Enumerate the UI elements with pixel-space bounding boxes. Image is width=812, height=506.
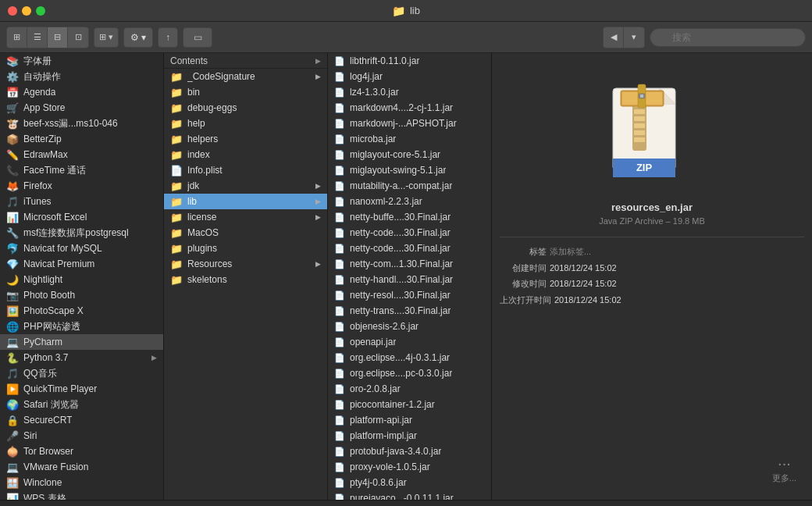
app-item[interactable]: 🎵 QQ音乐 bbox=[0, 365, 163, 381]
jar-file-item[interactable]: 📄 netty-code....30.Final.jar bbox=[328, 225, 491, 241]
jar-file-item[interactable]: 📄 netty-com...1.30.Final.jar bbox=[328, 256, 491, 272]
list-view-btn[interactable]: ☰ bbox=[27, 27, 48, 48]
share-button[interactable]: ↑ bbox=[158, 27, 178, 48]
jar-file-item[interactable]: 📄 pty4j-0.8.6.jar bbox=[328, 475, 491, 490]
app-item[interactable]: ✏️ EdrawMax bbox=[0, 147, 163, 162]
jar-file-item[interactable]: 📄 org.eclipse....4j-0.3.1.jar bbox=[328, 350, 491, 365]
app-item[interactable]: 🔒 SecureCRT bbox=[0, 412, 163, 428]
contents-item[interactable]: 📁 plugins bbox=[164, 241, 327, 256]
jar-file-item[interactable]: 📄 mutability-a...-compat.jar bbox=[328, 178, 491, 194]
more-button[interactable]: ··· 更多... bbox=[772, 454, 796, 484]
contents-item[interactable]: 📁 lib ▶ bbox=[164, 194, 327, 209]
nav-back-btn[interactable]: ◀ bbox=[604, 27, 624, 48]
jar-file-item[interactable]: 📄 libthrift-0.11.0.jar bbox=[328, 53, 491, 69]
app-label: VMware Fusion bbox=[23, 461, 88, 472]
app-item[interactable]: 💎 Navicat Premium bbox=[0, 256, 163, 272]
jar-file-item[interactable]: 📄 miglayout-swing-5.1.jar bbox=[328, 162, 491, 178]
icon-view-btn[interactable]: ⊞ bbox=[7, 27, 27, 48]
app-item[interactable]: 🌙 Nightlight bbox=[0, 272, 163, 287]
contents-item[interactable]: 📁 index bbox=[164, 147, 327, 162]
app-item[interactable]: 🧅 Tor Browser bbox=[0, 444, 163, 459]
jar-file-item[interactable]: 📄 netty-buffe....30.Final.jar bbox=[328, 209, 491, 225]
jar-file-item[interactable]: 📄 nanoxml-2.2.3.jar bbox=[328, 194, 491, 209]
app-item[interactable]: 🎤 Siri bbox=[0, 428, 163, 444]
app-item[interactable]: ⚙️ 自动操作 bbox=[0, 69, 163, 84]
app-icon: 🧅 bbox=[6, 445, 19, 458]
contents-item[interactable]: 📁 help bbox=[164, 116, 327, 131]
jar-file-item[interactable]: 📄 markdown4....2-cj-1.1.jar bbox=[328, 100, 491, 116]
jar-file-label: pty4j-0.8.6.jar bbox=[350, 477, 407, 488]
jar-file-icon: 📄 bbox=[334, 353, 345, 363]
app-item[interactable]: 💻 VMware Fusion bbox=[0, 459, 163, 475]
app-item[interactable]: 🔧 msf连接数据库postgresql bbox=[0, 225, 163, 241]
jar-file-item[interactable]: 📄 protobuf-java-3.4.0.jar bbox=[328, 444, 491, 459]
app-item[interactable]: 📦 BetterZip bbox=[0, 131, 163, 147]
jar-file-item[interactable]: 📄 lz4-1.3.0.jar bbox=[328, 84, 491, 100]
jar-file-item[interactable]: 📄 markdownj-...APSHOT.jar bbox=[328, 116, 491, 131]
nav-dropdown-btn[interactable]: ▾ bbox=[624, 27, 644, 48]
contents-item-label: bin bbox=[187, 87, 200, 98]
more-label: 更多... bbox=[772, 472, 796, 484]
app-item[interactable]: 🛒 App Store bbox=[0, 100, 163, 116]
tag-add-link[interactable]: 添加标签... bbox=[550, 245, 591, 258]
jar-file-item[interactable]: 📄 platform-impl.jar bbox=[328, 428, 491, 444]
app-item[interactable]: 💻 PyCharm bbox=[0, 334, 163, 350]
jar-file-item[interactable]: 📄 log4j.jar bbox=[328, 69, 491, 84]
minimize-button[interactable] bbox=[22, 6, 31, 16]
contents-item[interactable]: 📁 jdk ▶ bbox=[164, 178, 327, 194]
jar-file-item[interactable]: 📄 purejavaco...-0.0.11.1.jar bbox=[328, 490, 491, 500]
jar-file-item[interactable]: 📄 oro-2.0.8.jar bbox=[328, 381, 491, 397]
maximize-button[interactable] bbox=[36, 6, 45, 16]
contents-item[interactable]: 📁 helpers bbox=[164, 131, 327, 147]
app-item[interactable]: 📚 字体册 bbox=[0, 53, 163, 69]
contents-item[interactable]: 📁 bin bbox=[164, 84, 327, 100]
app-item[interactable]: 🌐 PHP网站渗透 bbox=[0, 319, 163, 334]
app-item[interactable]: 📊 WPS 表格 bbox=[0, 490, 163, 500]
contents-item[interactable]: 📁 skeletons bbox=[164, 272, 327, 287]
contents-item[interactable]: 📁 Resources ▶ bbox=[164, 256, 327, 272]
jar-file-item[interactable]: 📄 netty-resol....30.Final.jar bbox=[328, 287, 491, 303]
app-item[interactable]: 🎵 iTunes bbox=[0, 194, 163, 209]
column-view-btn[interactable]: ⊟ bbox=[48, 27, 68, 48]
action-dropdown-icon: ▾ bbox=[141, 32, 146, 43]
contents-item[interactable]: 📁 debug-eggs bbox=[164, 100, 327, 116]
app-item[interactable]: 🐍 Python 3.7 ▶ bbox=[0, 350, 163, 365]
jar-file-item[interactable]: 📄 microba.jar bbox=[328, 131, 491, 147]
app-item[interactable]: 📞 FaceTime 通话 bbox=[0, 162, 163, 178]
app-item[interactable]: 🖼️ PhotoScape X bbox=[0, 303, 163, 319]
jar-file-item[interactable]: 📄 proxy-vole-1.0.5.jar bbox=[328, 459, 491, 475]
jar-file-item[interactable]: 📄 org.eclipse....pc-0.3.0.jar bbox=[328, 365, 491, 381]
jar-file-item[interactable]: 📄 netty-code....30.Final.jar bbox=[328, 241, 491, 256]
app-item[interactable]: 📊 Microsoft Excel bbox=[0, 209, 163, 225]
app-item[interactable]: 📅 Agenda bbox=[0, 84, 163, 100]
jar-file-item[interactable]: 📄 openapi.jar bbox=[328, 334, 491, 350]
close-button[interactable] bbox=[8, 6, 17, 16]
contents-item[interactable]: 📁 _CodeSignature ▶ bbox=[164, 69, 327, 84]
app-item[interactable]: 🐮 beef-xss漏...ms10-046 bbox=[0, 116, 163, 131]
app-item[interactable]: 🦊 Firefox bbox=[0, 178, 163, 194]
contents-item[interactable]: 📄 Info.plist bbox=[164, 162, 327, 178]
jar-file-item[interactable]: 📄 platform-api.jar bbox=[328, 412, 491, 428]
gallery-view-btn[interactable]: ⊡ bbox=[68, 27, 88, 48]
jar-file-item[interactable]: 📄 netty-trans....30.Final.jar bbox=[328, 303, 491, 319]
search-input[interactable] bbox=[650, 28, 806, 47]
jar-file-item[interactable]: 📄 objenesis-2.6.jar bbox=[328, 319, 491, 334]
contents-item[interactable]: 📁 MacOS bbox=[164, 225, 327, 241]
jar-file-item[interactable]: 📄 netty-handl....30.Final.jar bbox=[328, 272, 491, 287]
app-item[interactable]: ▶️ QuickTime Player bbox=[0, 381, 163, 397]
app-item[interactable]: 🐬 Navicat for MySQL bbox=[0, 241, 163, 256]
preview-button[interactable]: ▭ bbox=[183, 27, 212, 48]
jar-file-item[interactable]: 📄 picocontainer-1.2.jar bbox=[328, 397, 491, 412]
arrange-button[interactable]: ⊞ ▾ bbox=[94, 27, 119, 48]
action-button[interactable]: ⚙ ▾ bbox=[123, 27, 153, 48]
app-item[interactable]: 📷 Photo Booth bbox=[0, 287, 163, 303]
jar-file-label: proxy-vole-1.0.5.jar bbox=[350, 461, 430, 472]
app-item[interactable]: 🪟 Winclone bbox=[0, 475, 163, 490]
search-wrap: 🔍 bbox=[650, 28, 806, 47]
contents-item[interactable]: 📁 license ▶ bbox=[164, 209, 327, 225]
app-item[interactable]: 🌍 Safari 浏览器 bbox=[0, 397, 163, 412]
jar-file-item[interactable]: 📄 miglayout-core-5.1.jar bbox=[328, 147, 491, 162]
svg-rect-12 bbox=[640, 94, 643, 98]
contents-list: 📁 _CodeSignature ▶ 📁 bin 📁 debug-eggs 📁 … bbox=[164, 69, 327, 287]
jar-file-label: objenesis-2.6.jar bbox=[350, 321, 418, 332]
